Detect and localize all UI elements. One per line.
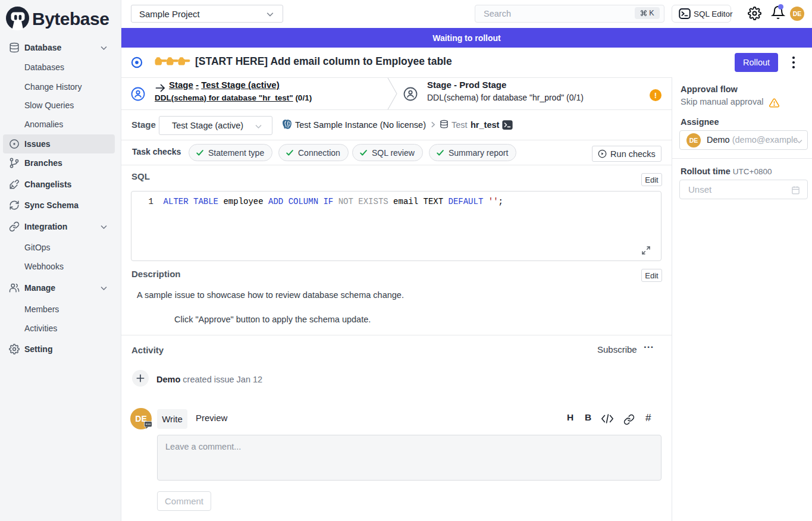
svg-text:Bytebase: Bytebase xyxy=(32,9,109,29)
